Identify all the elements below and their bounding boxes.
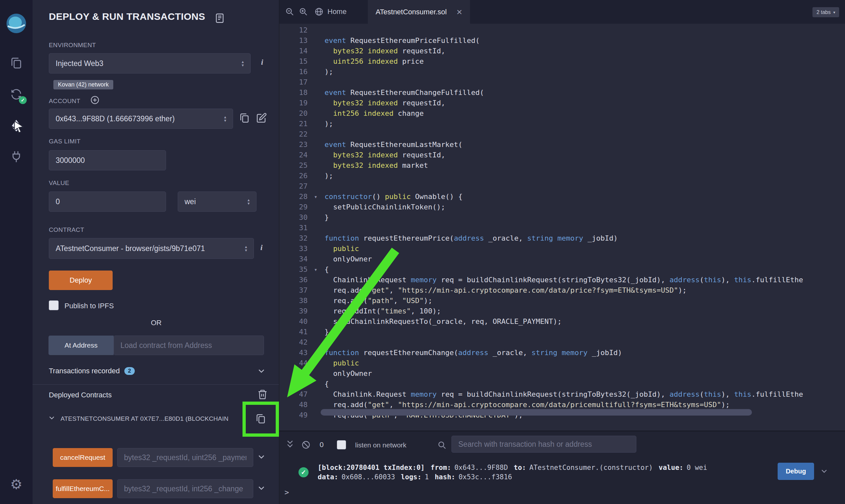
line-number[interactable]: 44 [279, 358, 325, 368]
line-number[interactable]: 34 [279, 254, 325, 264]
line-number[interactable]: 41 [279, 327, 325, 337]
line-number[interactable]: 12 [279, 25, 325, 35]
terminal-search-input[interactable] [451, 436, 636, 453]
line-number[interactable]: 22 [279, 129, 325, 140]
edit-account-icon[interactable] [256, 112, 267, 124]
code-line[interactable]: event RequestEthereumPriceFulfilled( [325, 35, 845, 46]
terminal-expand-icon[interactable] [285, 439, 295, 451]
line-number[interactable]: 23 [279, 140, 325, 150]
code-line[interactable] [325, 77, 845, 88]
publish-ipfs-checkbox[interactable] [49, 301, 58, 310]
transactions-expand-chevron-icon[interactable] [257, 366, 266, 376]
line-number[interactable]: 43 [279, 347, 325, 358]
listen-network-checkbox[interactable] [337, 440, 346, 449]
line-number[interactable]: 40 [279, 317, 325, 327]
code-line[interactable]: Chainlink.Request memory req = buildChai… [325, 275, 845, 285]
zoom-in-icon[interactable] [299, 7, 308, 18]
transaction-log[interactable]: [block:20780401 txIndex:0]from:0x643...9… [318, 463, 707, 482]
code-line[interactable] [325, 337, 845, 347]
cancel-request-expand-chevron-icon[interactable] [257, 452, 266, 462]
line-number[interactable]: 25 [279, 160, 325, 171]
deployed-contract-collapse-chevron-icon[interactable] [48, 414, 56, 424]
settings-gear-icon[interactable]: ⚙ [9, 477, 23, 492]
line-number[interactable]: 45 [279, 368, 325, 379]
code-line[interactable]: req.addInt("times", 100); [325, 306, 845, 317]
line-number[interactable]: 32 [279, 233, 325, 244]
code-line[interactable]: constructor() public Ownable() { [325, 192, 845, 202]
code-line[interactable]: ); [325, 171, 845, 181]
line-number[interactable]: 36 [279, 275, 325, 285]
line-number[interactable]: 20 [279, 108, 325, 119]
line-number[interactable]: 14 [279, 46, 325, 56]
line-number[interactable]: 47 [279, 389, 325, 400]
code-line[interactable] [325, 129, 845, 140]
tabs-count-dropdown[interactable]: 2 tabs▾ [812, 7, 839, 17]
code-line[interactable]: sendChainlinkRequestTo(_oracle, req, ORA… [325, 317, 845, 327]
fulfill-expand-chevron-icon[interactable] [257, 483, 266, 493]
line-number[interactable]: 39 [279, 306, 325, 317]
account-select[interactable]: 0x643...9F88D (1.666673996 ether) ▴▾ [49, 109, 233, 129]
tab-home[interactable]: Home [327, 7, 347, 16]
code-line[interactable]: } [325, 327, 845, 337]
line-number[interactable]: 29 [279, 202, 325, 212]
file-explorer-icon[interactable] [9, 56, 23, 70]
value-input[interactable] [49, 192, 166, 212]
environment-select[interactable]: Injected Web3 ▴▾ [49, 53, 251, 73]
log-expand-chevron-icon[interactable] [820, 467, 829, 477]
documentation-icon[interactable] [215, 13, 224, 25]
code-line[interactable] [325, 223, 845, 233]
line-number[interactable]: 31 [279, 223, 325, 233]
line-number[interactable]: 26 [279, 171, 325, 181]
line-number[interactable]: 19 [279, 98, 325, 108]
code-line[interactable]: bytes32 indexed requestId, [325, 150, 845, 160]
code-line[interactable]: } [325, 212, 845, 223]
code-line[interactable]: Chainlink.Request memory req = buildChai… [325, 389, 845, 400]
code-line[interactable]: public [325, 244, 845, 254]
code-line[interactable]: setPublicChainlinkToken(); [325, 202, 845, 212]
tx-success-check-icon[interactable]: ✓ [298, 467, 309, 477]
clear-deployed-trash-icon[interactable] [257, 389, 268, 400]
home-globe-icon[interactable] [314, 7, 324, 18]
line-number[interactable]: 21 [279, 119, 325, 129]
line-number[interactable]: 15 [279, 56, 325, 67]
code-line[interactable]: bytes32 indexed requestId, [325, 46, 845, 56]
contract-select[interactable]: ATestnetConsumer - browser/gists/9b71e07… [49, 238, 254, 259]
cancel-request-button[interactable]: cancelRequest [53, 448, 113, 467]
code-line[interactable]: event RequestEthereumLastMarket( [325, 140, 845, 150]
code-line[interactable]: req.add("get", "https://min-api.cryptoco… [325, 400, 845, 410]
code-line[interactable]: event RequestEthereumChangeFulfilled( [325, 88, 845, 98]
deploy-run-icon[interactable] [9, 119, 23, 133]
at-address-input[interactable] [114, 336, 264, 355]
fulfill-ethereum-change-params-input[interactable] [117, 479, 253, 498]
add-account-icon[interactable] [90, 95, 99, 104]
remix-logo-icon[interactable] [4, 12, 28, 35]
line-number[interactable]: 35▾ [279, 264, 325, 275]
code-line[interactable]: onlyOwner [325, 254, 845, 264]
line-number[interactable]: 49 [279, 410, 325, 420]
code-line[interactable]: uint256 indexed price [325, 56, 845, 67]
code-line[interactable]: ); [325, 67, 845, 77]
line-number[interactable]: 16 [279, 67, 325, 77]
code-line[interactable]: { [325, 264, 845, 275]
value-unit-select[interactable]: wei ▴▾ [178, 192, 257, 212]
debug-button[interactable]: Debug [778, 463, 814, 480]
line-number[interactable]: 13 [279, 35, 325, 46]
deploy-button[interactable]: Deploy [49, 271, 113, 290]
gas-limit-input[interactable] [49, 150, 166, 170]
line-number[interactable]: 38 [279, 295, 325, 306]
zoom-out-icon[interactable] [285, 7, 294, 18]
code-line[interactable]: bytes32 indexed market [325, 160, 845, 171]
code-line[interactable]: function requestEthereumPrice(address _o… [325, 233, 845, 244]
code-line[interactable]: bytes32 indexed requestId, [325, 98, 845, 108]
line-number[interactable]: 48 [279, 400, 325, 410]
line-number[interactable]: 18 [279, 88, 325, 98]
line-number[interactable]: 28▾ [279, 192, 325, 202]
cancel-request-params-input[interactable] [117, 448, 253, 467]
code-line[interactable]: int256 indexed change [325, 108, 845, 119]
code-line[interactable] [325, 25, 845, 35]
code-line[interactable]: ); [325, 119, 845, 129]
at-address-button[interactable]: At Address [49, 336, 114, 355]
terminal-prompt[interactable]: > [284, 488, 289, 497]
contract-info-icon[interactable]: i [260, 243, 263, 252]
line-number[interactable]: 46 [279, 379, 325, 389]
